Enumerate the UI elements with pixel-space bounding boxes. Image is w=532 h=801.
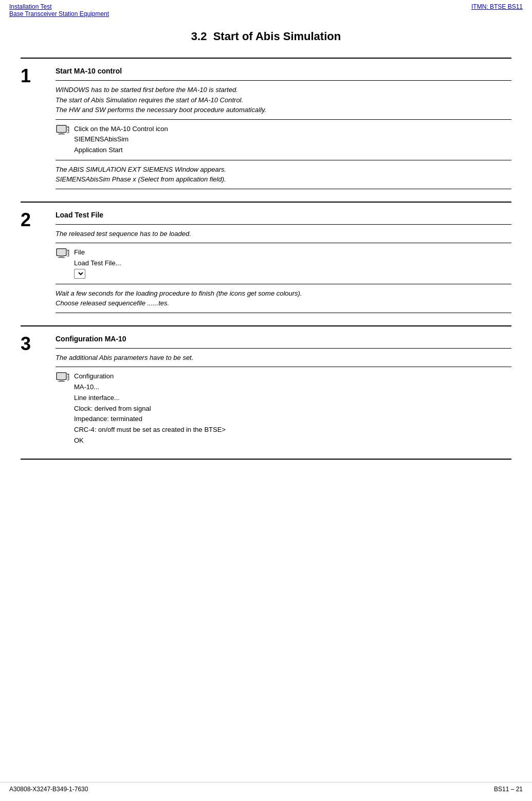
svg-rect-6 — [58, 250, 65, 255]
step-block-1: 1Start MA-10 controlWINDOWS has to be st… — [21, 59, 511, 203]
sub-divider — [56, 243, 511, 243]
action-text-2: FileLoad Test File... OK — [74, 247, 121, 279]
steps-container: 1Start MA-10 controlWINDOWS has to be st… — [21, 59, 511, 460]
svg-point-4 — [67, 127, 68, 128]
sub-divider — [56, 367, 511, 367]
footer-left: A30808-X3247-B349-1-7630 — [9, 786, 88, 793]
step-content-2: Load Test FileThe released test sequence… — [51, 211, 511, 317]
page-header: Installation Test Base Transceiver Stati… — [0, 0, 532, 20]
step-heading-2: Load Test File — [56, 211, 511, 219]
svg-rect-2 — [59, 132, 63, 134]
action-row-2: FileLoad Test File... OK — [56, 247, 511, 279]
sub-divider — [56, 80, 511, 81]
svg-rect-7 — [59, 256, 63, 258]
step-heading-1: Start MA-10 control — [56, 67, 511, 75]
svg-rect-3 — [58, 133, 65, 134]
step-number-3: 3 — [21, 335, 51, 450]
sub-divider — [56, 313, 511, 313]
sub-divider — [56, 348, 511, 349]
svg-rect-1 — [58, 126, 65, 131]
section-title: 3.2 Start of Abis Simulation — [21, 30, 511, 43]
step-note2-1: The ABIS SIMULATION EXT SIEMENS Window a… — [56, 165, 511, 185]
sub-divider — [56, 224, 511, 225]
svg-point-14 — [67, 375, 68, 376]
svg-point-9 — [67, 251, 68, 252]
sub-divider — [56, 284, 511, 284]
step-number-1: 1 — [21, 67, 51, 193]
step-heading-3: Configuration MA-10 — [56, 335, 511, 343]
footer-right: BS11 – 21 — [494, 786, 523, 793]
action-text-1: Click on the MA-10 Control iconSIEMENSAb… — [74, 124, 168, 156]
svg-rect-12 — [59, 380, 63, 381]
header-subtitle: Base Transceiver Station Equipment — [9, 10, 109, 17]
header-title: Installation Test — [9, 3, 109, 10]
step-note1-2: The released test sequence has to be loa… — [56, 229, 511, 239]
sub-divider — [56, 189, 511, 189]
action-row-1: Click on the MA-10 Control iconSIEMENSAb… — [56, 124, 511, 156]
step-block-3: 3Configuration MA-10The additional Abis … — [21, 326, 511, 460]
computer-icon — [56, 125, 71, 138]
step-note2-2: Wait a few seconds for the loading proce… — [56, 288, 511, 308]
header-left: Installation Test Base Transceiver Stati… — [9, 3, 109, 17]
computer-icon — [56, 248, 71, 261]
header-right: ITMN: BTSE BS11 — [471, 3, 523, 17]
svg-rect-13 — [58, 381, 65, 382]
step-note1-3: The additional Abis parameters have to b… — [56, 353, 511, 363]
step-note1-1: WINDOWS has to be started first before t… — [56, 85, 511, 115]
sub-divider — [56, 160, 511, 160]
svg-rect-8 — [58, 257, 65, 258]
sub-divider — [56, 119, 511, 120]
action-text-3: ConfigurationMA-10...Line interface...Cl… — [74, 371, 226, 446]
action-row-3: ConfigurationMA-10...Line interface...Cl… — [56, 371, 511, 446]
step-content-3: Configuration MA-10The additional Abis p… — [51, 335, 511, 450]
step-block-2: 2Load Test FileThe released test sequenc… — [21, 203, 511, 326]
computer-icon — [56, 372, 71, 385]
step-number-2: 2 — [21, 211, 51, 317]
page-footer: A30808-X3247-B349-1-7630 BS11 – 21 — [0, 782, 532, 796]
step-content-1: Start MA-10 controlWINDOWS has to be sta… — [51, 67, 511, 193]
svg-rect-11 — [58, 374, 65, 379]
main-content: 3.2 Start of Abis Simulation 1Start MA-1… — [0, 20, 532, 490]
